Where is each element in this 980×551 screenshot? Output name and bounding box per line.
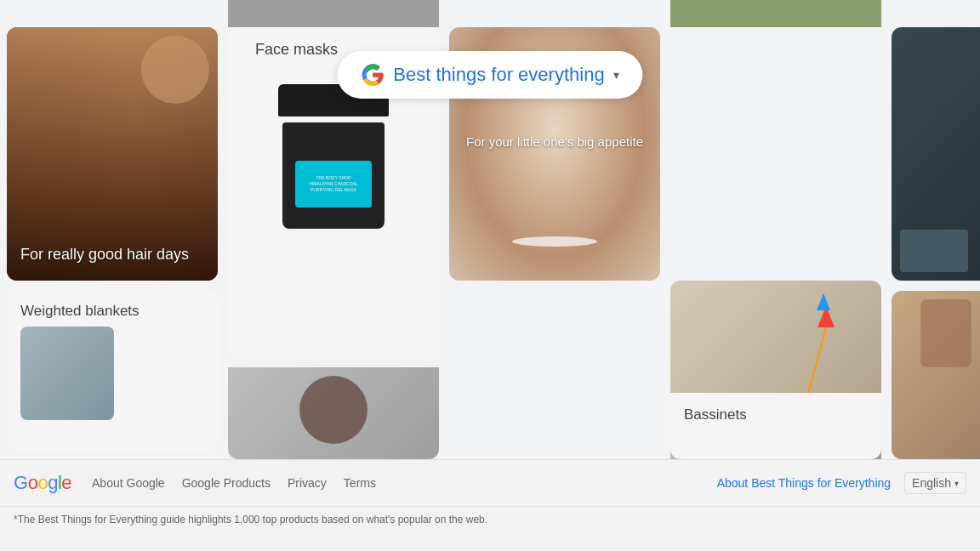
footer-terms-link[interactable]: Terms xyxy=(344,476,376,490)
footer-language-selector[interactable]: English ▾ xyxy=(904,472,966,494)
tile-facemask-label: Face masks xyxy=(242,41,338,59)
tile-baby-caption: For your little one's big appetite xyxy=(459,134,649,149)
tile-bassinets-label: Bassinets xyxy=(670,393,881,437)
footer-disclaimer: *The Best Things for Everything guide hi… xyxy=(14,514,487,525)
footer-google-products-link[interactable]: Google Products xyxy=(182,476,271,490)
footer: Google About Google Google Products Priv… xyxy=(0,459,980,551)
tile-hair-caption: For really good hair days xyxy=(20,246,189,264)
tile-hair[interactable]: For really good hair days xyxy=(7,27,218,281)
footer-about-google-link[interactable]: About Google xyxy=(92,476,165,490)
tile-blankets[interactable]: Weighted blankets xyxy=(7,289,218,451)
tile-far-right-bottom xyxy=(892,291,980,459)
search-highlight-text: everything xyxy=(518,64,605,85)
main-content: Best things for everything ▾ For really … xyxy=(0,0,980,459)
tile-partial-bottom-center-left xyxy=(228,367,439,459)
footer-language-arrow-icon: ▾ xyxy=(954,479,959,488)
search-dropdown-arrow-icon[interactable]: ▾ xyxy=(613,68,619,82)
tile-blankets-label: Weighted blankets xyxy=(7,289,218,327)
footer-about-best-things-link[interactable]: About Best Things for Everything xyxy=(717,476,891,490)
tile-top-partial-center xyxy=(228,0,439,27)
search-pill-text: Best things for everything xyxy=(393,64,604,86)
google-logo-icon xyxy=(361,63,385,87)
footer-language-label: English xyxy=(912,476,951,490)
tile-top-partial-right xyxy=(670,0,881,27)
tile-far-right-laptop xyxy=(892,27,980,281)
footer-google-logo: Google xyxy=(14,472,71,494)
tile-bassinets[interactable]: Bassinets xyxy=(670,393,881,459)
footer-nav: About Google Google Products Privacy Ter… xyxy=(92,476,697,490)
search-static-text: Best things for xyxy=(393,64,518,85)
footer-privacy-link[interactable]: Privacy xyxy=(288,476,327,490)
search-pill[interactable]: Best things for everything ▾ xyxy=(337,51,642,99)
